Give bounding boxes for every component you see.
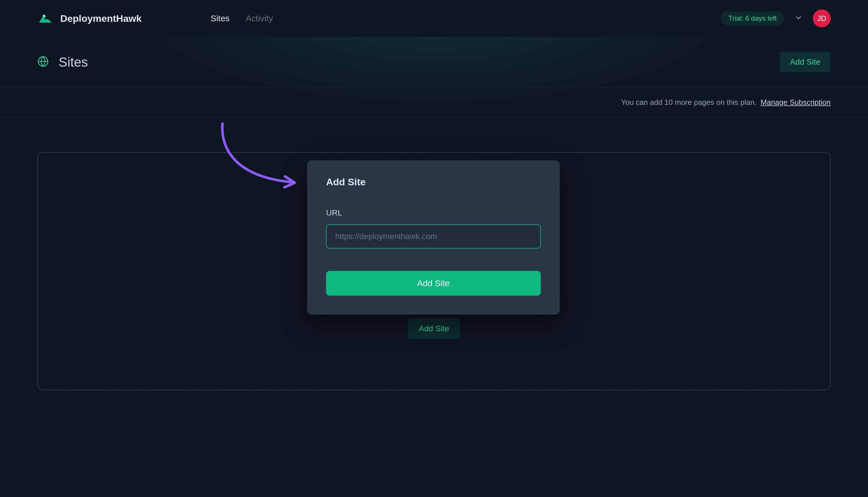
modal-title: Add Site bbox=[326, 176, 541, 188]
avatar[interactable]: JD bbox=[813, 10, 831, 27]
plan-notice-text: You can add 10 more pages on this plan. bbox=[621, 98, 756, 107]
brand-name: DeploymentHawk bbox=[60, 13, 142, 24]
add-site-header-button[interactable]: Add Site bbox=[780, 52, 831, 72]
nav-link-activity[interactable]: Activity bbox=[246, 14, 273, 23]
page-header: Sites Add Site bbox=[0, 37, 868, 88]
brand-logo-icon bbox=[37, 10, 54, 27]
nav-links: Sites Activity bbox=[210, 14, 273, 23]
chevron-down-icon[interactable] bbox=[795, 14, 803, 23]
plan-notice-strip: You can add 10 more pages on this plan. … bbox=[0, 88, 868, 117]
top-navbar: DeploymentHawk Sites Activity Trial: 6 d… bbox=[0, 0, 868, 37]
nav-right: Trial: 6 days left JD bbox=[721, 10, 831, 27]
url-input[interactable] bbox=[326, 224, 541, 248]
modal-add-site-button[interactable]: Add Site bbox=[326, 271, 541, 296]
page-title: Sites bbox=[59, 54, 88, 70]
svg-point-0 bbox=[43, 15, 45, 17]
page-header-wrap: Sites Add Site You can add 10 more pages… bbox=[0, 37, 868, 117]
nav-link-sites[interactable]: Sites bbox=[210, 14, 230, 23]
add-site-modal: Add Site URL Add Site bbox=[307, 160, 560, 315]
brand[interactable]: DeploymentHawk bbox=[37, 10, 142, 27]
url-label: URL bbox=[326, 208, 541, 217]
trial-badge: Trial: 6 days left bbox=[721, 12, 784, 25]
empty-state-add-site-button[interactable]: Add Site bbox=[408, 318, 460, 339]
page-title-group: Sites bbox=[37, 54, 88, 70]
manage-subscription-link[interactable]: Manage Subscription bbox=[761, 98, 831, 107]
globe-icon bbox=[37, 56, 49, 68]
